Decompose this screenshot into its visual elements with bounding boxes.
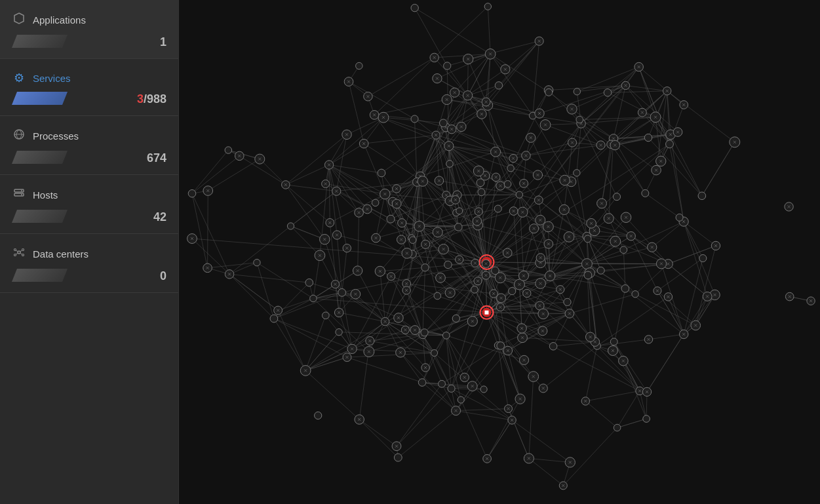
datacenter-icon bbox=[12, 246, 26, 262]
sidebar-item-applications[interactable]: Applications 1 bbox=[0, 0, 178, 59]
network-map[interactable] bbox=[179, 0, 820, 504]
services-count: 3/988 bbox=[137, 92, 166, 106]
datacenters-bar-fill bbox=[12, 269, 68, 282]
hosts-icon bbox=[12, 187, 26, 203]
processes-bar-fill bbox=[12, 151, 68, 164]
datacenters-label: Data centers bbox=[33, 248, 88, 260]
sidebar-item-services[interactable]: ⚙ Services 3/988 bbox=[0, 59, 178, 116]
sidebar-item-processes[interactable]: Processes 674 bbox=[0, 116, 178, 175]
hosts-bar bbox=[12, 210, 71, 224]
svg-marker-0 bbox=[14, 13, 24, 24]
sidebar: Applications 1 ⚙ Services 3/988 bbox=[0, 0, 179, 504]
network-canvas[interactable] bbox=[179, 0, 820, 504]
hosts-bar-fill bbox=[12, 210, 68, 223]
applications-bar bbox=[12, 35, 71, 49]
sidebar-item-datacenters[interactable]: Data centers 0 bbox=[0, 234, 178, 293]
processes-bar bbox=[12, 151, 71, 165]
svg-point-5 bbox=[21, 194, 22, 195]
svg-point-9 bbox=[14, 254, 16, 256]
services-bar bbox=[12, 92, 71, 106]
applications-bar-fill bbox=[12, 35, 68, 48]
svg-point-10 bbox=[22, 254, 24, 256]
datacenters-count: 0 bbox=[160, 269, 166, 283]
processes-icon bbox=[12, 128, 26, 144]
services-bar-fill bbox=[12, 92, 68, 105]
services-label: Services bbox=[33, 73, 71, 84]
svg-point-8 bbox=[22, 249, 24, 251]
processes-label: Processes bbox=[33, 130, 79, 142]
processes-count: 674 bbox=[147, 151, 166, 165]
applications-label: Applications bbox=[33, 14, 86, 26]
applications-count: 1 bbox=[160, 35, 166, 49]
hosts-label: Hosts bbox=[33, 189, 58, 201]
svg-point-4 bbox=[21, 190, 22, 191]
hexagon-icon bbox=[12, 12, 26, 28]
hosts-count: 42 bbox=[153, 210, 166, 224]
sidebar-item-hosts[interactable]: Hosts 42 bbox=[0, 175, 178, 234]
datacenters-bar bbox=[12, 269, 71, 283]
svg-point-7 bbox=[14, 249, 16, 251]
gear-icon: ⚙ bbox=[12, 71, 26, 85]
